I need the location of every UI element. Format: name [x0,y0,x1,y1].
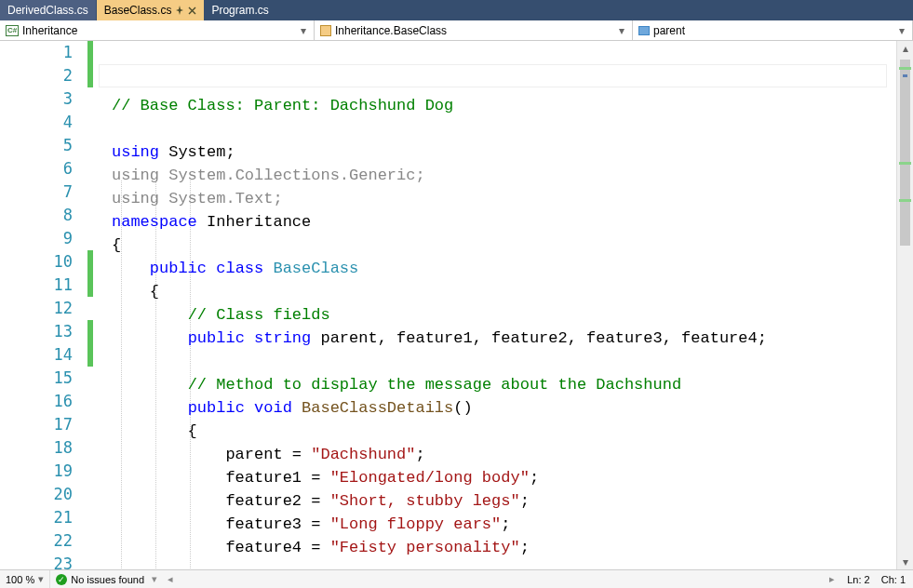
code-line[interactable]: using System.Collections.Generic; [99,164,896,187]
line-number: 21 [0,506,78,529]
ok-check-icon: ✓ [56,574,67,585]
field-icon [638,26,650,35]
chevron-down-icon: ▾ [895,24,908,37]
change-bar [87,250,93,297]
line-number: 19 [0,460,78,483]
close-icon[interactable] [188,7,196,15]
zoom-control[interactable]: 100 % ▾ [0,570,50,588]
chevron-down-icon: ▾ [615,24,628,37]
line-number: 8 [0,204,78,227]
code-line[interactable]: // Base Class: Parent: Dachshund Dog [99,94,896,117]
line-number: 7 [0,180,78,204]
line-number: 22 [0,529,78,553]
code-navbar: C# Inheritance ▾ Inheritance.BaseClass ▾… [0,20,913,41]
line-number: 23 [0,553,78,569]
line-number: 17 [0,413,78,436]
scroll-right-arrow[interactable]: ▸ [825,573,839,585]
tab-label: DerivedClass.cs [7,4,88,17]
code-text-area[interactable]: // Base Class: Parent: Dachshund Dog-usi… [99,41,896,569]
caret-line-highlight [99,64,887,87]
nav-scope-label: Inheritance [22,24,77,37]
cursor-col-readout: Ch: 1 [881,574,906,585]
code-line[interactable] [99,117,896,140]
chevron-down-icon: ▾ [297,24,310,37]
pin-icon[interactable] [175,6,184,15]
code-line[interactable]: { [99,280,896,303]
nav-member-label: parent [653,24,685,37]
line-number: 15 [0,367,78,390]
scroll-change-marker [899,67,911,70]
code-line[interactable]: feature4 = "Feisty personality"; [99,536,896,559]
code-line[interactable]: feature2 = "Short, stubby legs"; [99,489,896,513]
class-icon [320,25,331,36]
code-line[interactable] [99,350,896,373]
code-line[interactable]: -namespace Inheritance [99,210,896,234]
line-number: 4 [0,111,78,134]
code-line[interactable]: parent = "Dachshund"; [99,443,896,466]
line-number: 11 [0,274,78,297]
nav-class-dropdown[interactable]: Inheritance.BaseClass ▾ [315,20,633,40]
line-number: 10 [0,250,78,274]
scroll-down-arrow[interactable]: ▾ [897,555,913,569]
tab-label: BaseClass.cs [104,4,172,17]
cursor-line-readout: Ln: 2 [847,574,869,585]
line-number: 20 [0,483,78,506]
scroll-up-arrow[interactable]: ▴ [897,41,913,56]
change-bar [87,41,93,87]
scrollbar-thumb[interactable] [900,60,910,246]
line-number: 9 [0,227,78,250]
tab-program[interactable]: Program.cs [204,0,275,20]
line-number: 2 [0,64,78,87]
code-line[interactable]: // Class fields [99,303,896,327]
line-number: 6 [0,157,78,180]
code-line[interactable]: { [99,420,896,443]
tab-derivedclass[interactable]: DerivedClass.cs [0,0,97,20]
nav-member-dropdown[interactable]: parent ▾ [633,20,913,40]
file-tab-bar: DerivedClass.cs BaseClass.cs Program.cs [0,0,913,20]
scroll-left-arrow[interactable]: ◂ [163,573,178,585]
code-line[interactable]: public string parent, feature1, feature2… [99,327,896,350]
line-number: 16 [0,390,78,413]
line-number: 12 [0,297,78,320]
line-number: 1 [0,41,78,64]
scroll-caret-marker [903,74,907,77]
scroll-change-marker [899,162,911,165]
nav-scope-dropdown[interactable]: C# Inheritance ▾ [0,20,315,40]
line-number: 14 [0,343,78,367]
horizontal-scrollbar[interactable]: ◂ ▸ [163,570,839,588]
line-number: 3 [0,87,78,111]
chevron-down-icon: ▾ [152,573,157,585]
line-number: 18 [0,436,78,460]
issues-text: No issues found [71,574,144,585]
line-number: 5 [0,134,78,157]
scroll-change-marker [899,199,911,202]
code-line[interactable] [99,559,896,569]
issues-indicator[interactable]: ✓ No issues found ▾ [50,570,163,588]
tab-baseclass[interactable]: BaseClass.cs [97,0,205,20]
nav-class-label: Inheritance.BaseClass [335,24,447,37]
code-line[interactable]: - public class BaseClass [99,257,896,280]
tab-label: Program.cs [211,4,268,17]
chevron-down-icon: ▾ [38,573,44,585]
change-bar [87,320,93,367]
csharp-project-icon: C# [6,25,19,36]
code-line[interactable]: using System.Text; [99,187,896,210]
code-line[interactable]: { [99,234,896,257]
horizontal-scroll-track[interactable] [178,573,825,586]
code-line[interactable]: // Method to display the message about t… [99,373,896,396]
code-line[interactable]: -using System; [99,140,896,164]
code-line[interactable]: - public void BaseClassDetails() [99,396,896,420]
line-number: 13 [0,320,78,343]
code-line[interactable]: feature3 = "Long floppy ears"; [99,513,896,536]
editor-status-bar: 100 % ▾ ✓ No issues found ▾ ◂ ▸ Ln: 2 Ch… [0,569,913,588]
vertical-scrollbar[interactable]: ▴ ▾ [896,41,913,569]
code-line[interactable]: feature1 = "Elongated/long body"; [99,466,896,489]
change-margin [78,41,99,569]
zoom-value: 100 % [6,574,34,585]
line-number-gutter: 1234567891011121314151617181920212223 [0,41,78,569]
code-editor[interactable]: 1234567891011121314151617181920212223 //… [0,41,913,569]
